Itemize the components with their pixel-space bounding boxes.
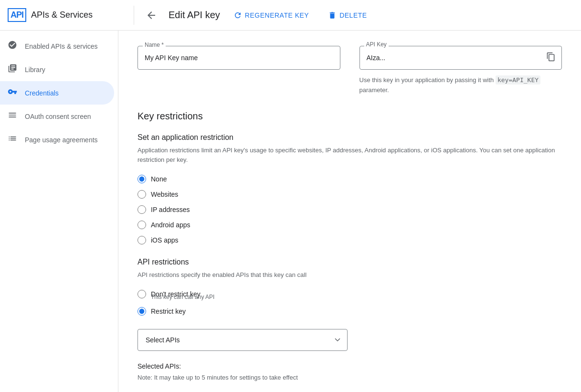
name-apikey-row: Name * API Key Use this key in your appl… xyxy=(137,46,562,95)
app-restriction-description: Application restrictions limit an API ke… xyxy=(137,146,562,166)
page-header-actions: Edit API key REGENERATE KEY DELETE xyxy=(142,6,573,25)
name-input[interactable] xyxy=(138,46,340,69)
copy-api-key-button[interactable] xyxy=(540,48,561,68)
oauth-icon xyxy=(8,110,17,122)
name-section: Name * xyxy=(137,46,340,95)
radio-android[interactable]: Android apps xyxy=(137,221,562,229)
sidebar-item-label: Enabled APIs & services xyxy=(25,42,98,50)
app-restriction-radio-group: None Websites IP addresses Android apps … xyxy=(137,175,562,244)
content-area: Name * API Key Use this key in your appl… xyxy=(118,31,581,392)
sidebar-item-label: Library xyxy=(25,66,45,74)
api-restrictions-description: API restrictions specify the enabled API… xyxy=(137,270,562,280)
select-apis-wrapper: Select APIs xyxy=(137,329,562,351)
api-restrictions-heading: API restrictions xyxy=(137,258,562,266)
sidebar-item-oauth[interactable]: OAuth consent screen xyxy=(0,105,114,128)
radio-restrict[interactable]: Restrict key xyxy=(137,307,562,316)
key-restrictions-heading: Key restrictions xyxy=(137,111,562,122)
library-icon xyxy=(8,64,17,75)
radio-ios-label: iOS apps xyxy=(151,236,179,244)
main-layout: Enabled APIs & services Library Credenti… xyxy=(0,31,581,392)
page-title: Edit API key xyxy=(169,10,220,21)
api-key-group: API Key xyxy=(359,46,562,70)
sidebar-item-enabled-apis[interactable]: Enabled APIs & services xyxy=(0,34,114,58)
radio-websites-label: Websites xyxy=(151,191,178,198)
logo-area: API APIs & Services xyxy=(8,8,126,22)
enabled-apis-icon xyxy=(8,40,17,52)
regenerate-key-button[interactable]: REGENERATE KEY xyxy=(228,7,315,23)
delete-button[interactable]: DELETE xyxy=(322,7,372,23)
name-label: Name * xyxy=(143,42,166,48)
app-restriction-heading: Set an application restriction xyxy=(137,133,562,142)
sidebar-item-credentials[interactable]: Credentials xyxy=(0,81,114,105)
radio-none-label: None xyxy=(151,175,167,183)
note-text: Note: It may take up to 5 minutes for se… xyxy=(137,374,562,381)
api-key-hint: Use this key in your application by pass… xyxy=(359,75,562,95)
credentials-icon xyxy=(8,87,17,99)
select-apis-dropdown[interactable]: Select APIs xyxy=(137,329,348,351)
api-key-label: API Key xyxy=(364,41,389,48)
api-logo: API xyxy=(8,8,26,22)
radio-ios[interactable]: iOS apps xyxy=(137,236,562,244)
sidebar-item-label: Page usage agreements xyxy=(25,136,98,144)
selected-apis-label: Selected APIs: xyxy=(137,362,562,370)
page-usage-icon xyxy=(8,134,17,146)
sidebar: Enabled APIs & services Library Credenti… xyxy=(0,31,118,392)
radio-ip-label: IP addresses xyxy=(151,206,190,213)
radio-dont-restrict-sublabel: This key can call any API xyxy=(151,294,562,300)
delete-icon xyxy=(328,11,337,20)
copy-icon xyxy=(546,52,556,62)
sidebar-item-page-usage[interactable]: Page usage agreements xyxy=(0,128,114,151)
sidebar-item-label: Credentials xyxy=(25,89,59,97)
sidebar-item-label: OAuth consent screen xyxy=(25,113,91,120)
radio-websites[interactable]: Websites xyxy=(137,190,562,199)
header-divider xyxy=(134,6,134,25)
back-button[interactable] xyxy=(142,6,161,25)
radio-dont-restrict-wrapper: Don't restrict key This key can call any… xyxy=(137,290,562,300)
app-title: APIs & Services xyxy=(31,10,93,20)
api-restriction-radio-group: Don't restrict key This key can call any… xyxy=(137,290,562,316)
radio-android-label: Android apps xyxy=(151,221,190,229)
radio-none[interactable]: None xyxy=(137,175,562,183)
api-key-input[interactable] xyxy=(360,46,541,69)
top-header: API APIs & Services Edit API key REGENER… xyxy=(0,0,581,31)
apikey-section: API Key Use this key in your application… xyxy=(359,46,562,95)
radio-ip[interactable]: IP addresses xyxy=(137,205,562,214)
name-input-group: Name * xyxy=(137,46,340,70)
regenerate-icon xyxy=(233,11,242,20)
sidebar-item-library[interactable]: Library xyxy=(0,58,114,81)
radio-restrict-label: Restrict key xyxy=(151,307,186,315)
